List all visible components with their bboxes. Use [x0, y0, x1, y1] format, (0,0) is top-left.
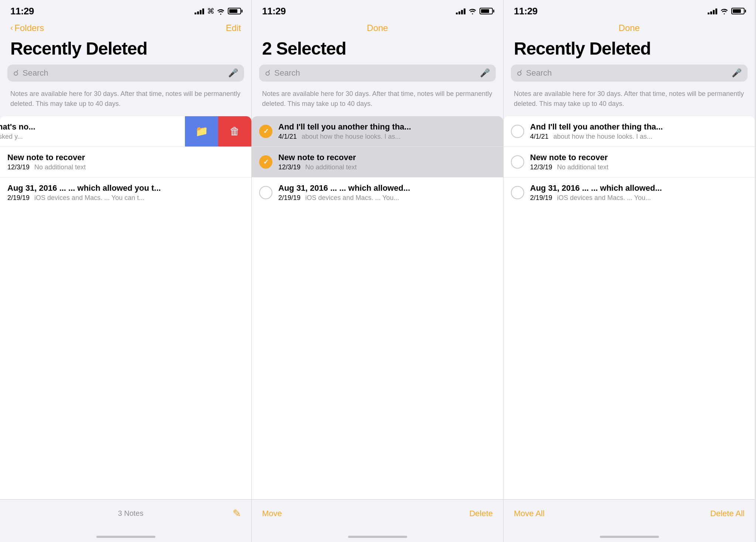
delete-button[interactable]: Delete — [469, 509, 493, 518]
search-bar-3[interactable]: ☌ Search 🎤 — [511, 65, 748, 82]
home-bar-3 — [600, 536, 659, 538]
delete-all-button[interactable]: Delete All — [710, 509, 745, 518]
selection-circle-1[interactable]: ✓ — [259, 125, 272, 138]
note-content-2-1: And I'll tell you another thing tha... 4… — [278, 122, 496, 141]
note-title-3: Aug 31, 2016 ... ... which allowed you t… — [7, 183, 244, 193]
note-meta-2-1: 4/1/21 about how the house looks. I as..… — [278, 133, 496, 141]
note-date-3-1: 4/1/21 — [530, 133, 549, 140]
home-indicator-2 — [252, 532, 503, 542]
note-item-3-1[interactable]: And I'll tell you another thing tha... 4… — [504, 116, 755, 147]
page-title-1: Recently Deleted — [0, 38, 251, 65]
move-all-button[interactable]: Move All — [514, 509, 544, 518]
note-meta-2: 12/3/19 No additional text — [7, 163, 244, 171]
note-item-swiped[interactable]: another thing that's no... the house loo… — [0, 116, 251, 147]
home-bar-2 — [348, 536, 407, 538]
selection-circle-3[interactable] — [259, 186, 272, 199]
folder-swipe-button[interactable]: 📁 — [185, 116, 218, 146]
note-title-2-1: And I'll tell you another thing tha... — [278, 122, 496, 132]
done-button-3[interactable]: Done — [619, 23, 640, 33]
compose-button[interactable]: ✎ — [233, 507, 241, 519]
note-preview-2: No additional text — [34, 163, 86, 171]
notes-count-label: 3 Notes — [118, 509, 144, 518]
swipe-actions-1: 📁 🗑 — [185, 116, 251, 146]
home-indicator-3 — [504, 532, 755, 542]
mic-icon-3[interactable]: 🎤 — [732, 68, 742, 78]
battery-icon-2 — [480, 8, 493, 14]
note-date-2-2: 12/3/19 — [278, 163, 300, 171]
note-item-3-2[interactable]: New note to recover 12/3/19 No additiona… — [504, 147, 755, 177]
status-bar-1: 11:29 ⌘ — [0, 0, 251, 19]
bottom-bar-1: 3 Notes ✎ — [0, 499, 251, 532]
note-row-inner: another thing that's no... the house loo… — [0, 116, 185, 146]
note-meta-3-3: 2/19/19 iOS devices and Macs. ... You... — [530, 194, 748, 202]
note-title-2: New note to recover — [7, 153, 244, 162]
status-bar-2: 11:29 — [252, 0, 503, 19]
edit-button[interactable]: Edit — [226, 23, 241, 33]
note-item-3-3[interactable]: Aug 31, 2016 ... ... which allowed... 2/… — [504, 177, 755, 208]
search-placeholder-3[interactable]: Search — [526, 68, 728, 78]
battery-icon-3 — [731, 8, 745, 14]
wifi-icon-2 — [468, 8, 477, 14]
note-item-2[interactable]: New note to recover 12/3/19 No additiona… — [0, 147, 251, 177]
selection-circle-3-1[interactable] — [511, 125, 524, 138]
note-item-3[interactable]: Aug 31, 2016 ... ... which allowed you t… — [0, 177, 251, 208]
note-content-3-1: And I'll tell you another thing tha... 4… — [530, 122, 748, 141]
note-date-3-2: 12/3/19 — [530, 163, 552, 171]
search-bar-1[interactable]: ☌ Search 🎤 — [7, 65, 244, 82]
note-date-2-1: 4/1/21 — [278, 133, 297, 140]
signal-icon-1 — [195, 8, 204, 14]
bottom-bar-3: Move All Delete All — [504, 499, 755, 532]
search-placeholder-1[interactable]: Search — [23, 68, 224, 78]
folders-back-button[interactable]: ‹ Folders — [10, 23, 44, 33]
signal-icon-2 — [456, 8, 465, 14]
note-item-2-3[interactable]: Aug 31, 2016 ... ... which allowed... 2/… — [252, 177, 503, 208]
search-placeholder-2[interactable]: Search — [274, 68, 476, 78]
info-text-3: Notes are available here for 30 days. Af… — [504, 87, 755, 116]
note-meta-2-3: 2/19/19 iOS devices and Macs. ... You... — [278, 194, 496, 202]
panel-1: 11:29 ⌘ ‹ Folders Edit — [0, 0, 252, 542]
folder-icon: 📁 — [195, 125, 208, 137]
note-date-2-3: 2/19/19 — [278, 194, 300, 201]
recently-deleted-title-1: Recently Deleted — [10, 39, 241, 59]
note-preview-3: iOS devices and Macs. ... You can t... — [34, 194, 144, 201]
nav-bar-1: ‹ Folders Edit — [0, 19, 251, 38]
signal-icon-3 — [708, 8, 717, 14]
notes-list-3: And I'll tell you another thing tha... 4… — [504, 116, 755, 499]
search-icon-1: ☌ — [13, 68, 19, 78]
selection-circle-3-2[interactable] — [511, 155, 524, 169]
search-bar-2[interactable]: ☌ Search 🎤 — [259, 65, 496, 82]
note-date-2: 12/3/19 — [7, 163, 30, 171]
selected-title: 2 Selected — [262, 39, 493, 59]
home-bar-1 — [96, 536, 155, 538]
mic-icon-1[interactable]: 🎤 — [228, 68, 238, 78]
page-title-3: Recently Deleted — [504, 38, 755, 65]
nav-bar-2: Done — [252, 19, 503, 38]
back-arrow-icon: ‹ — [10, 23, 13, 33]
selection-circle-2[interactable]: ✓ — [259, 155, 272, 169]
status-time-3: 11:29 — [514, 6, 537, 17]
mic-icon-2[interactable]: 🎤 — [480, 68, 490, 78]
selection-circle-3-3[interactable] — [511, 186, 524, 199]
status-icons-3 — [708, 8, 745, 14]
nav-bar-3: Done — [504, 19, 755, 38]
trash-icon: 🗑 — [230, 125, 240, 137]
note-title-3-2: New note to recover — [530, 153, 748, 162]
page-title-2: 2 Selected — [252, 38, 503, 65]
folders-label[interactable]: Folders — [14, 23, 44, 33]
note-title-2-3: Aug 31, 2016 ... ... which allowed... — [278, 183, 496, 193]
checkmark-icon-1: ✓ — [263, 127, 269, 135]
wifi-icon-3 — [720, 8, 728, 14]
done-button-2[interactable]: Done — [367, 23, 388, 33]
search-icon-2: ☌ — [265, 68, 271, 78]
notes-list-2: ✓ And I'll tell you another thing tha...… — [252, 116, 503, 499]
note-item-2-1[interactable]: ✓ And I'll tell you another thing tha...… — [252, 116, 503, 147]
note-preview-3-3: iOS devices and Macs. ... You... — [557, 194, 651, 201]
note-meta-3: 2/19/19 iOS devices and Macs. ... You ca… — [7, 194, 244, 202]
move-button[interactable]: Move — [262, 509, 282, 518]
delete-swipe-button[interactable]: 🗑 — [218, 116, 251, 146]
checkmark-icon-2: ✓ — [263, 158, 269, 166]
bottom-bar-2: Move Delete — [252, 499, 503, 532]
recently-deleted-title-3: Recently Deleted — [514, 39, 745, 59]
info-text-1: Notes are available here for 30 days. Af… — [0, 87, 251, 116]
note-item-2-2[interactable]: ✓ New note to recover 12/3/19 No additio… — [252, 147, 503, 177]
